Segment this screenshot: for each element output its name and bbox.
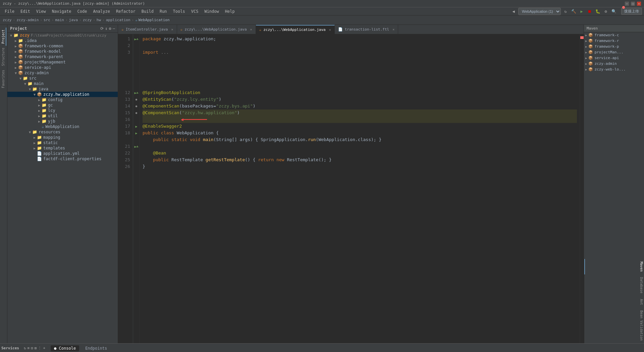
build-button[interactable]: 🔨 xyxy=(570,8,577,15)
right-tab-bean-validation[interactable]: Bean Validation xyxy=(584,308,644,343)
maven-item-projectman[interactable]: ▶ 📦 projectMan... xyxy=(584,49,644,55)
breadcrumb-java[interactable]: java xyxy=(69,18,78,22)
close-button[interactable]: ✕ xyxy=(637,1,641,6)
stop-button[interactable]: ⏹ xyxy=(586,8,593,15)
tree-item-framework-model[interactable]: ▶ 📦 framework-model xyxy=(7,49,118,54)
maven-item-zczy-web[interactable]: ▶ 📦 zczy-web-lo... xyxy=(584,67,644,72)
tree-item-resources[interactable]: ▼ 📁 resources xyxy=(7,129,118,135)
tree-item-projectmanagement[interactable]: ▶ 📦 projectManagement xyxy=(7,59,118,65)
run-config-select[interactable]: WebApplication (1) xyxy=(518,8,561,15)
search-button[interactable]: 🔍 xyxy=(610,8,617,15)
tab-close-webapp1[interactable]: ✕ xyxy=(250,28,252,31)
breadcrumb-zczy-admin[interactable]: zczy-admin xyxy=(16,18,39,22)
tab-close-webapp2[interactable]: ✕ xyxy=(329,28,331,32)
tree-item-gc[interactable]: ▶ 📁 gc xyxy=(7,102,118,108)
svc-group-icon[interactable]: ⊞ xyxy=(35,346,37,350)
java-icon: ☕ xyxy=(121,27,124,32)
svc-filter-icon[interactable]: ⊟ xyxy=(31,346,33,350)
tree-item-templates[interactable]: ▶ 📁 templates xyxy=(7,145,118,151)
bottom-tab-endpoints[interactable]: Endpoints xyxy=(82,345,110,351)
tree-item-framework-common[interactable]: ▶ 📦 framework-common xyxy=(7,43,118,49)
breadcrumb-src[interactable]: src xyxy=(44,18,50,22)
tab-item-controller[interactable]: ☕ ItemController.java ✕ xyxy=(118,25,177,34)
tree-item-util[interactable]: ▶ 📁 util xyxy=(7,113,118,119)
tree-item-framework-parent[interactable]: ▶ 📦 framework-parent xyxy=(7,54,118,59)
maven-item-framework-r[interactable]: ▶ 📦 framework-r xyxy=(584,38,644,44)
menu-tools[interactable]: Tools xyxy=(170,8,188,14)
tab-webapp2[interactable]: ☕ zczy\...\WebApplication.java ✕ xyxy=(256,25,335,34)
menu-window[interactable]: Window xyxy=(202,8,221,14)
title-text: zczy - zczy\...\WebApplication.java [zcz… xyxy=(3,1,145,6)
tree-item-idea[interactable]: ▶ 📁 .idea xyxy=(7,38,118,43)
settings-button[interactable]: ⚙ xyxy=(602,8,609,15)
tree-item-mapping[interactable]: ▶ 📁 mapping xyxy=(7,135,118,140)
tree-item-config[interactable]: ▶ 📁 config xyxy=(7,97,118,102)
code-content[interactable]: package zczy.hw.application; import ... … xyxy=(140,34,580,343)
breadcrumb-application[interactable]: application xyxy=(106,18,130,22)
menu-run[interactable]: Run xyxy=(157,8,170,14)
tree-item-src[interactable]: ▼ 📁 src xyxy=(7,76,118,81)
vertical-tab-structure[interactable]: Structure xyxy=(1,46,6,68)
svc-more-icon[interactable]: ⋮ xyxy=(38,346,42,350)
maven-item-framework-c[interactable]: ▶ 📦 framework-c xyxy=(584,32,644,38)
breadcrumb-hw[interactable]: hw xyxy=(97,18,101,22)
svc-add-icon[interactable]: + xyxy=(43,346,45,350)
tree-item-static[interactable]: ▶ 📁 static xyxy=(7,140,118,145)
code-line-18: public static void main(String[] args) {… xyxy=(143,136,577,143)
upload-button[interactable]: 拢接上传 xyxy=(621,8,642,15)
right-tab-database[interactable]: Database xyxy=(584,274,644,296)
tree-item-factdf[interactable]: ▶ 📄 factdf-client.properties xyxy=(7,156,118,162)
title-bar: zczy - zczy\...\WebApplication.java [zcz… xyxy=(0,0,644,7)
tree-item-lcy[interactable]: ▶ 📁 lcy xyxy=(7,108,118,113)
tree-item-zczy-root[interactable]: ▼ 📁 zczy F:\teamProject\runoob01\trunk\z… xyxy=(7,33,118,38)
menu-vcs[interactable]: VCS xyxy=(189,8,201,14)
menu-refactor[interactable]: Refactor xyxy=(113,8,138,14)
nav-back-button[interactable]: ◀ xyxy=(510,8,517,15)
menu-edit[interactable]: Edit xyxy=(18,8,33,14)
menu-help[interactable]: Help xyxy=(222,8,237,14)
vertical-tab-favorites[interactable]: Favorites xyxy=(1,68,6,90)
maven-item-zczy-admin[interactable]: ▶ 📦 zczy-admin xyxy=(584,61,644,67)
maven-item-service-api[interactable]: ▶ 📦 service-api xyxy=(584,55,644,61)
breadcrumb-webapplication[interactable]: ☕WebApplication xyxy=(135,18,169,22)
vertical-tab-project[interactable]: Project xyxy=(1,28,6,46)
svc-reload-icon[interactable]: ↻ xyxy=(24,346,26,350)
menu-file[interactable]: File xyxy=(2,8,17,14)
tree-item-application-yml[interactable]: ▶ 📄 application.yml xyxy=(7,151,118,156)
right-tab-ant[interactable]: Ant xyxy=(584,296,644,308)
maven-item-framework-p[interactable]: ▶ 📦 framework-p xyxy=(584,44,644,49)
tree-item-main[interactable]: ▼ 📁 main xyxy=(7,81,118,86)
tree-item-zczy-admin[interactable]: ▼ 📦 zczy-admin xyxy=(7,70,118,76)
menu-navigate[interactable]: Navigate xyxy=(49,8,74,14)
project-panel: Project ⟳ ↕ ⚙ — ▼ 📁 zczy F:\teamProject\… xyxy=(7,25,118,343)
minimize-button[interactable]: — xyxy=(625,1,629,6)
tab-transaction-list[interactable]: 📄 transaction-list.ftl ✕ xyxy=(335,25,398,34)
tree-item-java[interactable]: ▼ 📁 java xyxy=(7,86,118,92)
tab-close-transaction[interactable]: ✕ xyxy=(392,28,394,31)
menu-view[interactable]: View xyxy=(34,8,49,14)
tree-item-zczy-hw-application[interactable]: ▼ 📦 zczy.hw.application xyxy=(7,92,118,97)
breadcrumb-zczy[interactable]: zczy xyxy=(3,18,12,22)
debug-button[interactable]: 🐛 xyxy=(594,8,601,15)
menu-code[interactable]: Code xyxy=(75,8,90,14)
collapse-all-icon[interactable]: — xyxy=(113,26,115,31)
breadcrumb-main[interactable]: main xyxy=(55,18,64,22)
ftl-icon: 📄 xyxy=(338,27,343,32)
tree-item-webapplication[interactable]: ▶ ☕ WebApplication xyxy=(7,124,118,129)
settings-icon[interactable]: ⚙ xyxy=(109,26,111,31)
tree-item-yjb[interactable]: ▶ 📁 yjb xyxy=(7,119,118,124)
bottom-tab-console[interactable]: ● Console xyxy=(51,345,79,351)
scroll-from-source-icon[interactable]: ↕ xyxy=(105,26,107,31)
run-button[interactable]: ▶ xyxy=(578,8,585,15)
right-tab-maven[interactable]: Maven xyxy=(584,259,644,274)
sync-icon[interactable]: ⟳ xyxy=(100,26,104,31)
reload-button[interactable]: ↻ xyxy=(562,8,569,15)
menu-build[interactable]: Build xyxy=(139,8,156,14)
maximize-button[interactable]: □ xyxy=(631,1,635,6)
tab-close-item-controller[interactable]: ✕ xyxy=(171,28,173,31)
svc-list-icon[interactable]: ≡ xyxy=(28,346,30,350)
tab-webapp1[interactable]: ☕ zczy\...\WebApplication.java ✕ xyxy=(177,25,256,34)
tree-item-service-api[interactable]: ▶ 📦 service-api xyxy=(7,65,118,70)
breadcrumb-zczy[interactable]: zczy xyxy=(83,18,92,22)
menu-analyze[interactable]: Analyze xyxy=(90,8,113,14)
